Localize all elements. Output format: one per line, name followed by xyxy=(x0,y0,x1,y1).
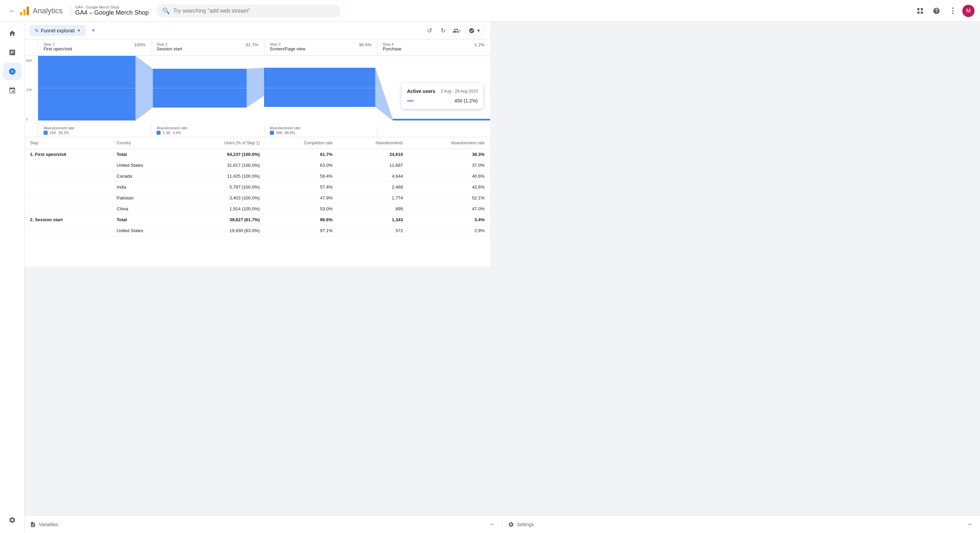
cell-completion: 59.4% xyxy=(265,171,338,182)
step-header-1: Step 1 First open/visit 100% xyxy=(38,40,151,56)
active-tab[interactable]: ✎ Funnel explorati ▼ xyxy=(30,25,86,36)
cell-abandonments: 4,644 xyxy=(338,171,408,182)
cell-users: 31,617 (100.0%) xyxy=(180,160,266,171)
step-4-name: Purchase xyxy=(383,46,401,51)
cell-abandonment-rate: 2.9% xyxy=(408,225,490,236)
abandonment-spacer xyxy=(24,124,38,137)
cell-users: 1,914 (100.0%) xyxy=(180,204,266,215)
y-axis-spacer xyxy=(24,40,38,56)
content-scroll[interactable]: Step 1 First open/visit 100% Step 2 Sess… xyxy=(24,40,490,266)
data-table: Step Country Users (% of Step 1) Complet… xyxy=(24,137,490,236)
undo-button[interactable]: ↺ xyxy=(424,25,435,36)
table-row: United States19,930 (63.0%)97.1%5722.9% xyxy=(24,225,490,236)
step-1-pct: 100% xyxy=(134,42,145,47)
abandonment-cell-4 xyxy=(377,124,490,137)
y-mid: 33K xyxy=(26,88,37,92)
abandon-count-3: 38K xyxy=(276,131,283,135)
table-row: Canada11,425 (100.0%)59.4%4,64440.6% xyxy=(24,171,490,182)
abandon-count-1: 25K xyxy=(50,131,56,135)
cell-step: 2. Session start xyxy=(24,215,111,225)
step-1-name: First open/visit xyxy=(43,46,72,51)
abandon-pct-3: 98.8% xyxy=(285,131,295,135)
col-step: Step xyxy=(24,137,111,149)
col-users: Users (% of Step 1) xyxy=(180,137,266,149)
add-tab-button[interactable]: + xyxy=(88,25,99,36)
cell-completion: 96.6% xyxy=(265,215,338,225)
svg-rect-11 xyxy=(264,68,375,107)
table-header-row: Step Country Users (% of Step 1) Complet… xyxy=(24,137,490,149)
cell-completion: 63.0% xyxy=(265,160,338,171)
cell-abandonments: 899 xyxy=(338,204,408,215)
tab-dropdown-icon[interactable]: ▼ xyxy=(77,28,81,33)
back-button[interactable]: ← xyxy=(5,4,19,18)
cell-country: United States xyxy=(111,225,180,236)
cell-step xyxy=(24,204,111,215)
svg-rect-1 xyxy=(24,9,25,15)
cell-abandonment-rate: 40.6% xyxy=(408,171,490,182)
analytics-title: Analytics xyxy=(33,6,63,15)
cell-abandonment-rate: 42.6% xyxy=(408,182,490,193)
search-input[interactable] xyxy=(173,8,335,14)
tooltip-header: Active users 2 Aug - 29 Aug 2023 xyxy=(407,89,478,94)
table-body: 1. First open/visitTotal64,237 (100.0%)6… xyxy=(24,149,490,236)
search-icon: 🔍 xyxy=(162,7,170,14)
share-button[interactable]: + xyxy=(451,25,462,36)
cell-completion: 97.1% xyxy=(265,225,338,236)
sidebar-item-advertising[interactable] xyxy=(3,82,22,99)
y-top: 66K xyxy=(26,59,37,63)
cell-step: 1. First open/visit xyxy=(24,149,111,160)
cell-country: China xyxy=(111,204,180,215)
tooltip-card: Active users 2 Aug - 29 Aug 2023 450 (1.… xyxy=(401,83,483,109)
redo-button[interactable]: ↻ xyxy=(438,25,449,36)
abandon-square-2 xyxy=(156,131,161,135)
svg-marker-10 xyxy=(247,68,264,108)
abandonment-cell-3: Abandonment rate 38K 98.8% xyxy=(264,124,377,137)
tab-edit-icon: ✎ xyxy=(34,27,39,34)
tooltip-value: 450 (1.2%) xyxy=(455,98,478,103)
account-info: GA4 - Google Merch Shop GA4 – Google Mer… xyxy=(75,5,149,16)
abandonment-label-3: Abandonment rate xyxy=(270,126,372,130)
table-row: Pakistan3,403 (100.0%)47.9%1,77452.1% xyxy=(24,193,490,204)
step-4-label: Step 4 xyxy=(383,42,401,46)
abandonment-label-2: Abandonment rate xyxy=(156,126,258,130)
abandonment-value-3: 38K 98.8% xyxy=(270,131,372,135)
table-row: India5,787 (100.0%)57.4%2,46842.6% xyxy=(24,182,490,193)
col-completion: Completion rate xyxy=(265,137,338,149)
cell-abandonments: 11,687 xyxy=(338,160,408,171)
abandon-pct-2: 3.4% xyxy=(172,131,181,135)
cell-country: United States xyxy=(111,160,180,171)
cell-abandonment-rate: 38.3% xyxy=(408,149,490,160)
svg-rect-2 xyxy=(27,6,29,15)
col-country: Country xyxy=(111,137,180,149)
sidebar-item-reports[interactable] xyxy=(3,44,22,61)
abandonment-cell-2: Abandonment rate 1.3K 3.4% xyxy=(151,124,264,137)
step-4-pct: 1.2% xyxy=(474,42,485,47)
tooltip-line-indicator xyxy=(407,100,414,102)
abandon-count-2: 1.3K xyxy=(163,131,170,135)
sidebar-item-explore[interactable] xyxy=(3,63,22,80)
svg-rect-13 xyxy=(393,119,490,121)
table-row: United States31,617 (100.0%)63.0%11,6873… xyxy=(24,160,490,171)
cell-users: 11,425 (100.0%) xyxy=(180,171,266,182)
cell-abandonments: 1,343 xyxy=(338,215,408,225)
col-abandonments: Abandonments xyxy=(338,137,408,149)
cell-completion: 61.7% xyxy=(265,149,338,160)
tooltip-row: 450 (1.2%) xyxy=(407,98,478,103)
cell-country: Canada xyxy=(111,171,180,182)
cell-country: Total xyxy=(111,215,180,225)
check-button[interactable]: ▼ xyxy=(465,25,485,36)
property-name: GA4 – Google Merch Shop xyxy=(75,9,149,16)
abandonment-row: Abandonment rate 25K 38.3% Abandonment r… xyxy=(24,124,490,137)
table-row: 1. First open/visitTotal64,237 (100.0%)6… xyxy=(24,149,490,160)
cell-abandonments: 24,610 xyxy=(338,149,408,160)
account-name: GA4 - Google Merch Shop xyxy=(75,5,149,9)
step-3-name: Screen/Page view xyxy=(270,46,305,51)
main-content: ✎ Funnel explorati ▼ + ↺ ↻ + ▼ Step 1 xyxy=(24,22,490,266)
search-bar[interactable]: 🔍 xyxy=(157,5,340,18)
abandon-square-3 xyxy=(270,131,274,135)
abandon-square-1 xyxy=(43,131,48,135)
sidebar-item-home[interactable] xyxy=(3,24,22,42)
sidebar xyxy=(0,22,24,266)
step-2-label: Step 2 xyxy=(156,42,182,46)
abandonment-value-2: 1.3K 3.4% xyxy=(156,131,258,135)
